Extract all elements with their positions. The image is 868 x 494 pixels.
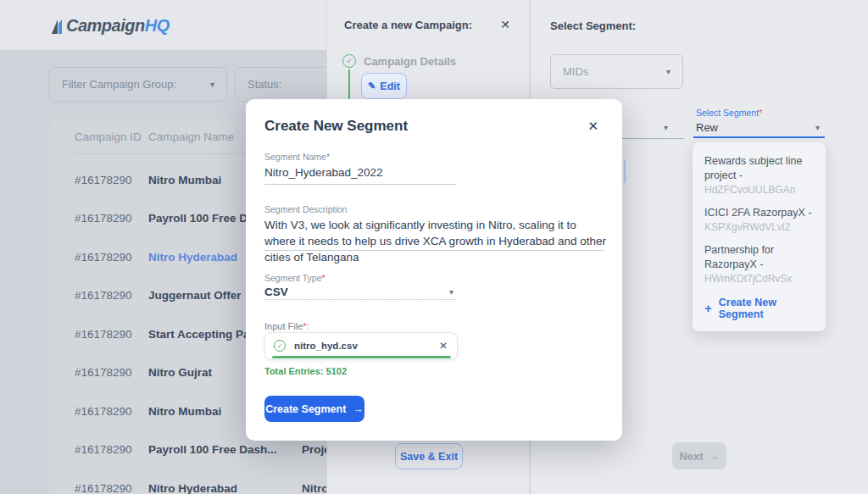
chevron-down-icon: ▾ [210, 80, 214, 89]
campaign-link-nitro-hyderabad[interactable]: Nitro Hyderabad [148, 251, 237, 264]
app-logo: CampaignHQ [51, 16, 170, 36]
logo-text-campaign: Campaign [66, 16, 145, 35]
step-label: Campaign Details [364, 55, 456, 68]
next-button[interactable]: Next → [672, 442, 726, 469]
logo-icon [51, 17, 64, 36]
create-segment-button[interactable]: Create Segment → [264, 396, 364, 422]
save-exit-button[interactable]: Save & Exit [395, 443, 463, 469]
select-segment-field-underline [693, 136, 825, 138]
segment-description-underline [264, 250, 604, 251]
arrow-right-icon: → [353, 403, 364, 415]
total-entries-text: Total Entries: 5102 [264, 366, 347, 376]
chevron-down-icon[interactable]: ▾ [815, 124, 820, 132]
segment-name-underline [264, 184, 456, 185]
save-exit-label: Save & Exit [400, 451, 458, 463]
create-segment-button-label: Create Segment [265, 403, 346, 415]
close-icon[interactable]: ✕ [500, 18, 510, 31]
required-asterisk: * [322, 273, 326, 283]
upload-success-check-icon: ✓ [274, 340, 286, 352]
chevron-down-icon[interactable]: ▾ [664, 124, 668, 132]
segment-option[interactable]: ICICI 2FA RazorpayX - KSPXgvRWdVLvl2 [704, 206, 814, 234]
segment-description-input[interactable]: With V3, we look at significantly invest… [264, 217, 607, 265]
logo-text-hq: HQ [145, 16, 170, 35]
column-header-campaign-name: Campaign Name [148, 130, 234, 143]
partially-hidden-field-underline [622, 138, 684, 139]
step-campaign-details: ✓ Campaign Details [342, 54, 456, 68]
mids-dropdown[interactable]: MIDs ▾ [550, 54, 683, 89]
upload-progress-bar [272, 356, 451, 358]
filter-campaign-group-dropdown[interactable]: Filter Campaign Group: ▾ [49, 67, 227, 102]
create-campaign-title: Create a new Campaign: [344, 19, 472, 31]
segment-type-select[interactable]: CSV [264, 286, 288, 298]
uploaded-file-box: ✓ nitro_hyd.csv ✕ [264, 332, 458, 360]
select-segment-input[interactable]: Rew [696, 121, 718, 134]
select-segment-field-label: Select Segment* [696, 108, 762, 118]
select-segment-title: Select Segment: [550, 19, 636, 32]
filter-status-dropdown[interactable]: Status: [235, 67, 332, 102]
chevron-down-icon[interactable]: ▾ [449, 288, 453, 297]
close-icon[interactable]: ✕ [587, 119, 598, 134]
arrow-right-icon: → [709, 450, 720, 463]
segment-option[interactable]: Rewards subject line project - HdZFCvoUU… [704, 154, 814, 197]
required-asterisk: * [759, 108, 762, 118]
column-header-campaign-id: Campaign ID [75, 130, 142, 143]
segment-option[interactable]: Partnership for RazorpayX - HWmKDt7jCdRv… [704, 243, 814, 286]
segment-description-label: Segment Description [264, 204, 347, 214]
segment-type-underline [264, 299, 456, 300]
pencil-icon: ✎ [368, 80, 376, 92]
segment-name-input[interactable]: Nitro_Hyderabad_2022 [264, 166, 383, 179]
create-new-segment-label: Create New Segment [719, 297, 814, 320]
input-file-label: Input File*: [264, 321, 309, 331]
step-complete-check-icon: ✓ [342, 54, 356, 68]
next-button-label: Next [679, 450, 703, 463]
create-new-segment-option[interactable]: + Create New Segment [704, 297, 814, 320]
modal-title: Create New Segment [264, 118, 408, 135]
edit-button-label: Edit [380, 80, 400, 92]
screen: CampaignHQ Filter Campaign Group: ▾ Stat… [0, 0, 868, 494]
create-new-segment-modal: Create New Segment ✕ Segment Name* Nitro… [246, 99, 622, 441]
partially-hidden-box-edge [624, 160, 626, 183]
mids-dropdown-value: MIDs [563, 65, 588, 78]
required-asterisk: * [326, 152, 330, 162]
filter-campaign-group-label: Filter Campaign Group: [62, 78, 176, 91]
step-progress-line [348, 69, 350, 99]
edit-button[interactable]: ✎ Edit [361, 73, 407, 99]
segment-type-label: Segment Type* [264, 273, 326, 283]
plus-icon: + [704, 302, 712, 314]
remove-file-icon[interactable]: ✕ [439, 340, 448, 352]
segment-name-label: Segment Name* [264, 152, 330, 162]
chevron-down-icon: ▾ [666, 68, 670, 76]
segment-options-menu: Rewards subject line project - HdZFCvoUU… [693, 142, 826, 331]
uploaded-file-name: nitro_hyd.csv [294, 341, 358, 351]
filter-status-label: Status: [248, 78, 281, 91]
